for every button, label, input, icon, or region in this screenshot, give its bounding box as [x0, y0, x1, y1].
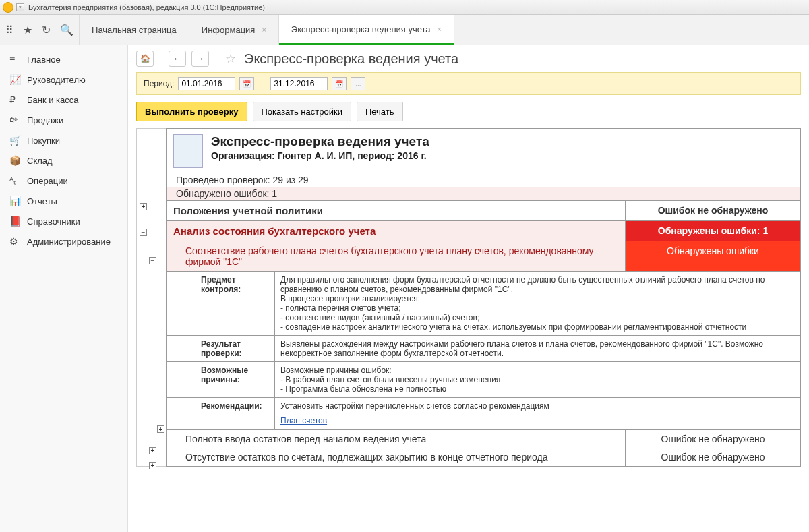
detail-table: Предмет контроля: Для правильного заполн… — [167, 271, 800, 430]
favorite-icon[interactable]: ☆ — [225, 51, 236, 66]
checks-count: Проведено проверок: 29 из 29 — [167, 173, 800, 187]
report-area: + − − + + + Экспресс-проверка ведения уч… — [136, 128, 801, 467]
period-label: Период: — [144, 79, 174, 88]
content: 🏠 ← → ☆ Экспресс-проверка ведения учета … — [128, 45, 809, 532]
tail-status: Ошибок не обнаружено — [625, 430, 800, 448]
tail-status: Ошибок не обнаружено — [625, 448, 800, 466]
tab[interactable]: Информация× — [189, 15, 279, 45]
tree-expand-icon[interactable]: + — [140, 203, 147, 210]
home-button[interactable]: 🏠 — [136, 51, 154, 67]
calendar-from-icon[interactable]: 📅 — [239, 77, 254, 90]
forward-button[interactable]: → — [191, 51, 209, 67]
sidebar-icon: 📈 — [9, 74, 20, 85]
subject-text: Для правильного заполнения форм бухгалте… — [275, 272, 800, 336]
sidebar-label: Покупки — [27, 136, 60, 146]
sidebar-item[interactable]: 📦Склад — [0, 150, 127, 171]
show-settings-button[interactable]: Показать настройки — [253, 102, 351, 121]
section-row: Положения учетной политики Ошибок не обн… — [167, 200, 800, 220]
report-header: Экспресс-проверка ведения учета Организа… — [167, 129, 800, 173]
tree-collapse-icon[interactable]: − — [140, 229, 147, 236]
date-from-input[interactable] — [178, 77, 235, 90]
sidebar-label: Продажи — [27, 115, 63, 125]
cause-label: Возможные причины: — [167, 362, 275, 398]
history-icon[interactable]: ↻ — [42, 24, 51, 36]
action-bar: Выполнить проверку Показать настройки Пе… — [128, 95, 809, 128]
report-org: Организация: Гюнтер А. И. ИП, период: 20… — [211, 150, 429, 161]
sidebar-label: Склад — [27, 156, 53, 166]
tab[interactable]: Экспресс-проверка ведения учета× — [279, 15, 454, 45]
close-icon[interactable]: × — [262, 26, 266, 34]
report-title: Экспресс-проверка ведения учета — [211, 134, 429, 149]
date-to-input[interactable] — [270, 77, 328, 90]
title-bar: ▾ Бухгалтерия предприятия (базовая), ред… — [0, 0, 809, 15]
cause-text: Возможные причины ошибок: - В рабочий пл… — [275, 362, 800, 398]
apps-icon[interactable]: ⠿ — [5, 24, 13, 36]
sidebar-label: Операции — [27, 176, 68, 186]
sidebar-icon: ⚙ — [9, 236, 20, 247]
tree-collapse-icon[interactable]: − — [149, 257, 156, 264]
sidebar-label: Справочники — [27, 216, 80, 227]
sidebar-item[interactable]: 📊Отчеты — [0, 191, 127, 211]
sidebar-label: Отчеты — [27, 196, 57, 206]
section-status: Обнаружены ошибки: 1 — [625, 221, 800, 241]
calendar-to-icon[interactable]: 📅 — [332, 77, 347, 90]
sidebar-item[interactable]: 🛒Покупки — [0, 130, 127, 150]
sidebar-icon: 🛍 — [9, 115, 20, 125]
result-label: Результат проверки: — [167, 336, 275, 362]
report: Экспресс-проверка ведения учета Организа… — [166, 128, 801, 467]
rec-cell: Установить настройки перечисленных счето… — [275, 398, 800, 430]
result-text: Выявлены расхождения между настройками р… — [275, 336, 800, 362]
close-icon[interactable]: × — [438, 25, 442, 33]
sidebar: ≡Главное📈Руководителю₽Банк и касса🛍Прода… — [0, 45, 128, 532]
plan-link[interactable]: План счетов — [280, 416, 327, 425]
sidebar-icon: 📦 — [9, 155, 20, 166]
sidebar-icon: 📊 — [9, 196, 20, 206]
sidebar-label: Руководителю — [27, 75, 86, 85]
tail-row: Полнота ввода остатков перед началом вед… — [167, 430, 800, 448]
rec-text: Установить настройки перечисленных счето… — [280, 401, 794, 411]
title-dropdown-icon[interactable]: ▾ — [16, 3, 24, 11]
tab[interactable]: Начальная страница — [80, 15, 189, 45]
subsection-status: Обнаружены ошибки — [625, 241, 800, 271]
app-icon — [3, 2, 13, 13]
star-icon[interactable]: ★ — [23, 24, 32, 36]
sidebar-item[interactable]: ≡Главное — [0, 49, 127, 69]
run-check-button[interactable]: Выполнить проверку — [136, 102, 247, 121]
tail-row: Отсутствие остатков по счетам, подлежащи… — [167, 448, 800, 466]
sidebar-icon: 📕 — [9, 216, 20, 227]
subject-label: Предмет контроля: — [167, 272, 275, 336]
sidebar-item[interactable]: 📈Руководителю — [0, 69, 127, 90]
sidebar-label: Главное — [27, 55, 61, 65]
sidebar-item[interactable]: 🛍Продажи — [0, 110, 127, 130]
tabs: Начальная страницаИнформация×Экспресс-пр… — [80, 15, 454, 45]
page-title: Экспресс-проверка ведения учета — [244, 51, 458, 67]
tree-expand-icon[interactable]: + — [157, 425, 164, 433]
tree-column: + − − + + + — [136, 128, 166, 467]
sidebar-item[interactable]: ᴬₜОперации — [0, 171, 127, 191]
topbar: ⠿ ★ ↻ 🔍 Начальная страницаИнформация×Экс… — [0, 15, 809, 45]
sidebar-icon: ₽ — [9, 94, 20, 105]
tree-expand-icon[interactable]: + — [149, 447, 156, 454]
tree-expand-icon[interactable]: + — [149, 462, 156, 469]
date-separator: — — [258, 79, 266, 88]
header-row: 🏠 ← → ☆ Экспресс-проверка ведения учета — [128, 45, 809, 72]
window-title: Бухгалтерия предприятия (базовая), редак… — [28, 3, 265, 11]
tail-title: Полнота ввода остатков перед началом вед… — [167, 430, 625, 448]
sidebar-item[interactable]: ⚙Администрирование — [0, 231, 127, 252]
period-bar: Период: 📅 — 📅 ... — [136, 72, 801, 95]
sidebar-icon: ᴬₜ — [9, 175, 20, 186]
sidebar-label: Банк и касса — [27, 95, 79, 105]
sidebar-icon: ≡ — [9, 54, 20, 65]
section-title: Анализ состояния бухгалтерского учета — [167, 221, 625, 241]
search-icon[interactable]: 🔍 — [60, 24, 73, 36]
section-title: Положения учетной политики — [167, 201, 625, 220]
sidebar-label: Администрирование — [27, 237, 111, 247]
errors-count: Обнаружено ошибок: 1 — [167, 187, 800, 200]
period-more-button[interactable]: ... — [351, 77, 365, 90]
sidebar-item[interactable]: 📕Справочники — [0, 211, 127, 231]
sidebar-item[interactable]: ₽Банк и касса — [0, 90, 127, 110]
sidebar-icon: 🛒 — [9, 135, 20, 146]
print-button[interactable]: Печать — [357, 102, 403, 121]
report-icon — [173, 134, 203, 168]
back-button[interactable]: ← — [169, 51, 186, 67]
